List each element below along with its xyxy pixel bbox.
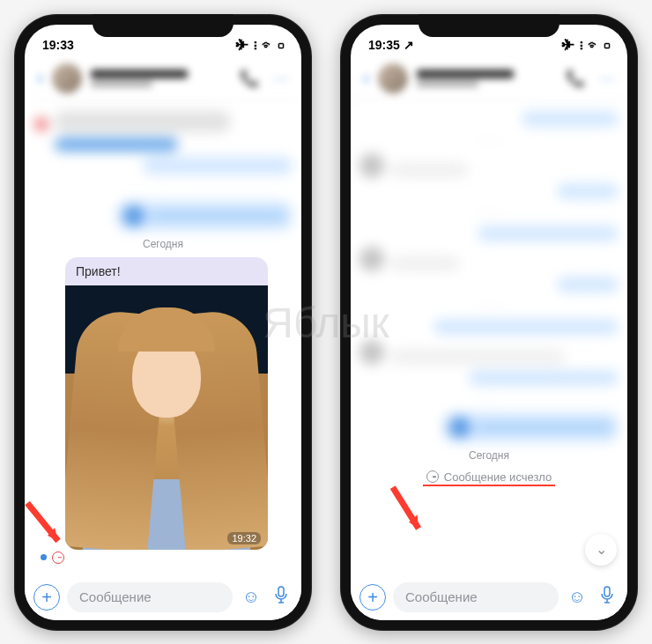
unread-dot-icon xyxy=(41,554,47,560)
back-icon[interactable]: ‹ xyxy=(37,67,43,90)
status-icons: ✈ ⋮ ᯤ ▢ xyxy=(562,38,610,52)
input-bar: + Сообщение ☺ xyxy=(351,574,627,620)
mic-button[interactable] xyxy=(270,586,293,608)
screen: 19:35 ↗ ✈ ⋮ ᯤ ▢ ‹ 📞 ⋯ · · · · · · · · · … xyxy=(351,25,627,620)
phone-mockup-right: 19:35 ↗ ✈ ⋮ ᯤ ▢ ‹ 📞 ⋯ · · · · · · · · · … xyxy=(340,14,638,631)
contact-name xyxy=(417,70,557,87)
status-time: 19:35 ↗ xyxy=(368,38,414,52)
message-input[interactable]: Сообщение xyxy=(393,582,559,612)
notch xyxy=(93,14,233,37)
message-photo[interactable]: 19:32 xyxy=(65,285,268,550)
contact-name xyxy=(91,70,231,87)
emoji-button[interactable]: ☺ xyxy=(566,587,589,607)
blurred-history: · · · xyxy=(33,111,293,231)
more-icon[interactable]: ⋯ xyxy=(273,69,289,88)
annotation-arrow xyxy=(25,499,76,551)
phone-mockup-left: 19:33 ✈ ⋮ ᯤ ▢ ‹ 📞 ⋯ · · · Сегодня xyxy=(14,14,312,631)
status-time: 19:33 xyxy=(42,38,74,52)
timer-icon xyxy=(426,470,439,483)
chat-header[interactable]: ‹ 📞 ⋯ xyxy=(25,58,301,100)
back-icon[interactable]: ‹ xyxy=(363,67,369,90)
attach-button[interactable]: + xyxy=(359,584,386,611)
timer-icon xyxy=(52,551,64,564)
disappeared-label: Сообщение исчезло xyxy=(444,470,552,484)
annotation-arrow xyxy=(380,482,441,544)
message-input[interactable]: Сообщение xyxy=(67,582,233,612)
input-bar: + Сообщение ☺ xyxy=(25,574,301,620)
blurred-history: · · · · · · · · · · · · · · · · · · xyxy=(359,111,619,442)
contact-avatar[interactable] xyxy=(52,63,82,93)
svg-rect-1 xyxy=(604,587,610,596)
annotation-underline xyxy=(423,485,555,486)
attach-button[interactable]: + xyxy=(33,584,60,611)
call-icon[interactable]: 📞 xyxy=(566,69,585,88)
status-icons: ✈ ⋮ ᯤ ▢ xyxy=(236,38,284,52)
incoming-message[interactable]: Привет! 19:32 xyxy=(65,257,268,550)
unread-and-timer xyxy=(41,551,64,564)
svg-rect-0 xyxy=(278,587,284,596)
date-separator: Сегодня xyxy=(359,449,619,462)
mic-button[interactable] xyxy=(596,586,619,608)
more-icon[interactable]: ⋯ xyxy=(599,69,615,88)
scroll-down-button[interactable]: ⌄ xyxy=(585,534,617,566)
notch xyxy=(419,14,559,37)
screen: 19:33 ✈ ⋮ ᯤ ▢ ‹ 📞 ⋯ · · · Сегодня xyxy=(25,25,301,620)
date-separator: Сегодня xyxy=(33,238,293,250)
message-text: Привет! xyxy=(65,257,268,285)
chat-header[interactable]: ‹ 📞 ⋯ xyxy=(351,58,627,100)
call-icon[interactable]: 📞 xyxy=(240,69,259,88)
message-disappeared: Сообщение исчезло xyxy=(359,470,619,484)
emoji-button[interactable]: ☺ xyxy=(240,587,263,607)
contact-avatar[interactable] xyxy=(378,63,408,93)
message-time: 19:32 xyxy=(227,532,261,544)
